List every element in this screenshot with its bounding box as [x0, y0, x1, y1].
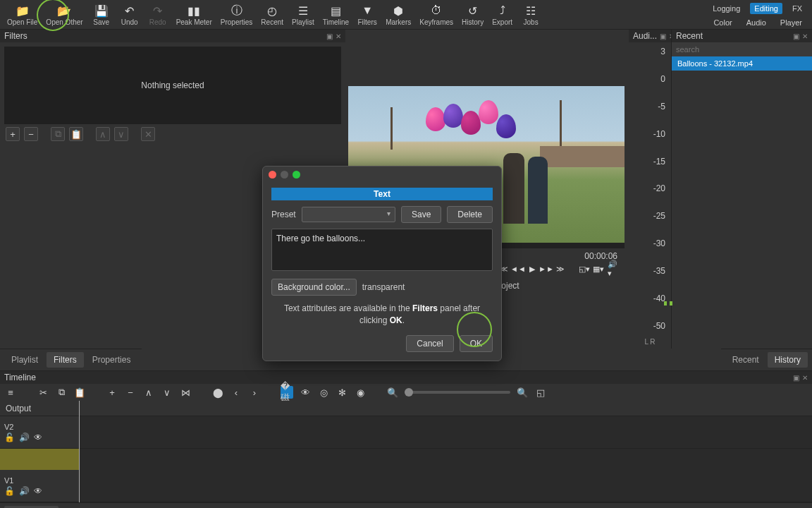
tl-append-icon[interactable]: +: [106, 386, 118, 399]
tl-copy-icon[interactable]: ⧉: [55, 386, 68, 399]
recent-item[interactable]: Balloons - 32132.mp4: [672, 56, 812, 71]
tl-marker-icon[interactable]: ⬤: [211, 386, 224, 399]
play-icon[interactable]: ▶: [527, 264, 537, 274]
copy-filter-button[interactable]: ⧉: [51, 127, 65, 141]
tab-logging[interactable]: Logging: [708, 3, 744, 14]
playhead[interactable]: [79, 401, 80, 502]
recent-search-input[interactable]: [672, 42, 812, 56]
tl-zoom-slider[interactable]: [405, 391, 510, 394]
panel-float-icon[interactable]: ▣: [660, 32, 666, 40]
volume-icon[interactable]: 🔊▾: [608, 264, 617, 274]
tab-editing[interactable]: Editing: [750, 3, 782, 14]
toolbar-recent[interactable]: ◴Recent: [257, 2, 288, 28]
track-header-v2[interactable]: V2 🔓🔊👁: [0, 416, 79, 448]
tab-color[interactable]: Color: [709, 17, 736, 28]
deselect-button[interactable]: ✕: [141, 127, 155, 141]
list-icon: ☰: [296, 4, 310, 18]
toolbar-jobs[interactable]: ☷Jobs: [517, 2, 545, 28]
delete-preset-button[interactable]: Delete: [447, 206, 493, 223]
add-filter-button[interactable]: +: [6, 127, 20, 141]
rewind-icon[interactable]: ◄◄: [513, 264, 523, 274]
mute-icon[interactable]: 🔊: [19, 433, 30, 442]
panel-close-icon[interactable]: ✕: [802, 374, 808, 382]
tl-snap-icon[interactable]: �磁: [281, 386, 293, 399]
open-other-icon: 📂: [57, 4, 71, 18]
tl-ripple-all-icon[interactable]: ✻: [336, 386, 348, 399]
tl-next-marker-icon[interactable]: ›: [248, 386, 261, 399]
toolbar-markers[interactable]: ⬢Markers: [381, 2, 415, 28]
tl-ripple-markers-icon[interactable]: ◉: [354, 386, 367, 399]
meter-icon: ▮▮: [187, 4, 201, 18]
remove-filter-button[interactable]: −: [24, 127, 38, 141]
ok-button[interactable]: OK: [460, 335, 493, 352]
panel-float-icon[interactable]: ▣: [793, 374, 799, 382]
tab-fx[interactable]: FX: [788, 3, 806, 14]
funnel-icon: ▼: [360, 4, 374, 18]
tab-recent[interactable]: Recent: [725, 352, 766, 368]
move-down-button[interactable]: ∨: [114, 127, 128, 141]
grid-menu-icon[interactable]: ▦▾: [593, 264, 603, 274]
lock-icon[interactable]: 🔓: [4, 486, 15, 496]
text-input[interactable]: [271, 229, 493, 271]
open-icon: 📁: [16, 4, 30, 18]
window-close-icon[interactable]: [269, 171, 276, 179]
toolbar-peak-meter[interactable]: ▮▮Peak Meter: [172, 2, 216, 28]
window-min-icon[interactable]: [281, 171, 288, 179]
forward-icon[interactable]: ►►: [541, 264, 551, 274]
hide-icon[interactable]: 👁: [34, 433, 42, 442]
tl-zoom-in-icon[interactable]: 🔍: [516, 386, 529, 399]
preset-select[interactable]: [302, 207, 395, 222]
skip-next-icon[interactable]: ≫: [555, 264, 565, 274]
tl-zoom-fit-icon[interactable]: ◱: [534, 386, 547, 399]
save-icon: 💾: [94, 4, 109, 18]
toolbar-keyframes[interactable]: ⏱Keyframes: [415, 2, 457, 28]
toolbar-timeline[interactable]: ▤Timeline: [319, 2, 353, 28]
toolbar-filters[interactable]: ▼Filters: [353, 2, 381, 28]
toolbar-export[interactable]: ⤴Export: [488, 2, 517, 28]
save-preset-button[interactable]: Save: [401, 206, 441, 223]
tl-menu-icon[interactable]: ≡: [4, 386, 17, 399]
tl-overwrite-icon[interactable]: ∨: [161, 386, 173, 399]
tab-player[interactable]: Player: [776, 17, 806, 28]
tab-properties[interactable]: Properties: [85, 352, 138, 368]
tl-lift-icon[interactable]: ∧: [142, 386, 155, 399]
toolbar-open-other[interactable]: 📂Open Other: [42, 2, 87, 28]
toolbar-redo[interactable]: ↷Redo: [144, 2, 172, 28]
tab-filters[interactable]: Filters: [47, 352, 84, 368]
toolbar-open-file[interactable]: 📁Open File: [3, 2, 42, 28]
tl-scrub-icon[interactable]: 👁: [299, 386, 312, 399]
panel-float-icon[interactable]: ▣: [326, 32, 333, 40]
hide-icon[interactable]: 👁: [34, 486, 42, 496]
track-name: V2: [4, 423, 75, 431]
mute-icon[interactable]: 🔊: [19, 486, 30, 496]
tl-ripple-icon[interactable]: ◎: [317, 386, 330, 399]
toolbar-undo[interactable]: ↶Undo: [116, 2, 144, 28]
tl-prev-marker-icon[interactable]: ‹: [230, 386, 242, 399]
tl-paste-icon[interactable]: 📋: [73, 386, 86, 399]
output-header: Output: [0, 401, 812, 416]
tl-split-icon[interactable]: ⋈: [179, 386, 192, 399]
lock-icon[interactable]: 🔓: [4, 433, 15, 442]
window-max-icon[interactable]: [293, 171, 300, 179]
layout-tabs: LoggingEditingFX ColorAudioPlayer: [708, 3, 806, 28]
track-header-v1[interactable]: V1 🔓🔊👁: [0, 470, 79, 502]
panel-float-icon[interactable]: ▣: [793, 32, 799, 40]
toolbar-playlist[interactable]: ☰Playlist: [288, 2, 319, 28]
tl-zoom-out-icon[interactable]: 🔍: [386, 386, 399, 399]
paste-filter-button[interactable]: 📋: [69, 127, 83, 141]
panel-close-icon[interactable]: ✕: [802, 32, 808, 40]
tl-cut-icon[interactable]: ✂: [37, 386, 49, 399]
toolbar-properties[interactable]: ⓘProperties: [216, 2, 257, 28]
panel-close-icon[interactable]: ✕: [336, 32, 341, 40]
filters-panel-title: Filters: [4, 31, 27, 41]
bg-color-button[interactable]: Background color...: [271, 279, 357, 296]
toolbar-save[interactable]: 💾Save: [87, 2, 116, 28]
tab-playlist[interactable]: Playlist: [4, 352, 45, 368]
move-up-button[interactable]: ∧: [96, 127, 110, 141]
zoom-menu-icon[interactable]: ◱▾: [579, 264, 589, 274]
tl-remove-icon[interactable]: −: [124, 386, 137, 399]
toolbar-history[interactable]: ↺History: [457, 2, 488, 28]
tab-history[interactable]: History: [768, 352, 808, 368]
tab-audio[interactable]: Audio: [742, 17, 770, 28]
cancel-button[interactable]: Cancel: [406, 335, 453, 352]
